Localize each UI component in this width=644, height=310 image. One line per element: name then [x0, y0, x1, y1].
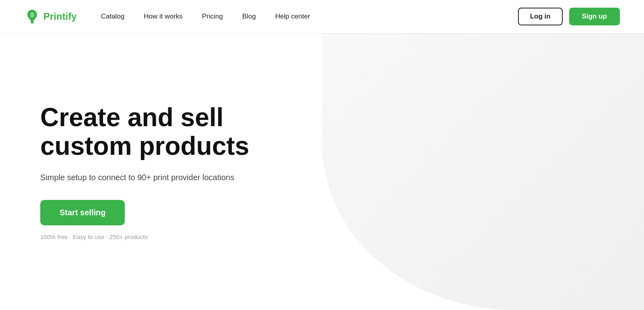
nav-actions: Log in Sign up: [518, 8, 620, 25]
body-shirt: [402, 180, 539, 293]
person-figure: [374, 63, 568, 297]
hero-title: Create and sell custom products: [40, 103, 262, 160]
navbar: Printify Catalog How it works Pricing Bl…: [0, 0, 644, 33]
hair-right: [500, 79, 540, 184]
nav-how-it-works[interactable]: How it works: [144, 12, 182, 21]
face: [439, 95, 503, 172]
svg-point-0: [30, 12, 34, 18]
nav-catalog[interactable]: Catalog: [101, 12, 125, 21]
hero-circle-background: [346, 47, 596, 297]
eye-right: [478, 125, 484, 129]
start-selling-button[interactable]: Start selling: [40, 200, 125, 225]
signup-button[interactable]: Sign up: [569, 8, 620, 25]
shoulder-right: [509, 180, 549, 212]
logo-icon: [24, 8, 40, 25]
nav-help-center[interactable]: Help center: [275, 12, 310, 21]
hero-image-area: [262, 33, 620, 310]
hair-top: [419, 67, 523, 156]
hero-content: Create and sell custom products Simple s…: [40, 103, 262, 240]
nav-blog[interactable]: Blog: [242, 12, 256, 21]
login-button[interactable]: Log in: [518, 8, 563, 25]
hero-footnote: 100% free · Easy to use · 250+ products: [40, 233, 262, 240]
nav-links: Catalog How it works Pricing Blog Help c…: [101, 12, 518, 21]
hero-subtitle: Simple setup to connect to 90+ print pro…: [40, 173, 262, 182]
shoulder-left: [392, 180, 433, 212]
logo-link[interactable]: Printify: [24, 8, 77, 25]
smile: [461, 139, 481, 148]
brand-name: Printify: [43, 11, 77, 22]
hair-left: [402, 79, 442, 184]
eye-left: [458, 125, 464, 129]
nav-pricing[interactable]: Pricing: [202, 12, 223, 21]
hero-section: Create and sell custom products Simple s…: [0, 33, 644, 310]
neck: [457, 164, 485, 184]
